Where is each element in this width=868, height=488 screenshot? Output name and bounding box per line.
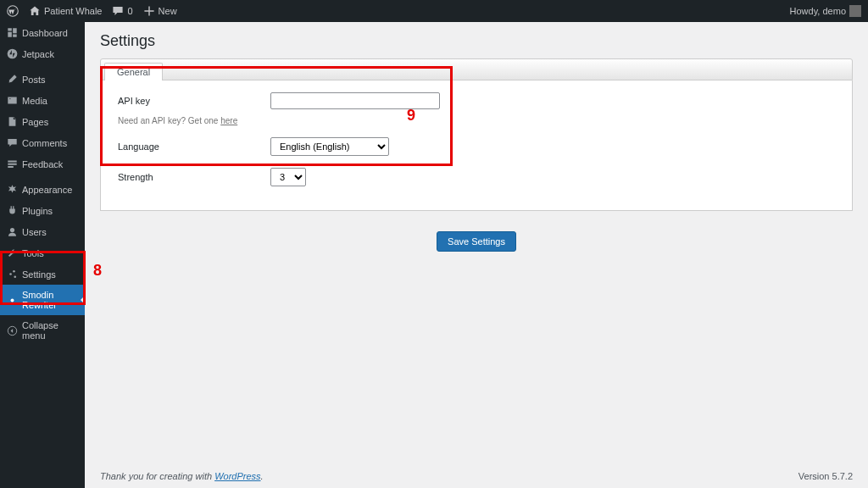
strength-select[interactable]: 3 <box>270 168 306 186</box>
site-name[interactable]: Patient Whale <box>29 5 102 17</box>
page-title: Settings <box>100 32 853 50</box>
media-icon <box>7 95 18 106</box>
smodin-icon <box>7 295 18 306</box>
appearance-icon <box>7 184 18 195</box>
menu-tools[interactable]: Tools <box>0 242 85 263</box>
svg-point-6 <box>11 298 14 302</box>
menu-appearance[interactable]: Appearance <box>0 179 85 200</box>
save-settings-button[interactable]: Save Settings <box>437 231 516 252</box>
language-label: Language <box>118 141 270 152</box>
svg-point-3 <box>13 270 15 273</box>
menu-jetpack[interactable]: Jetpack <box>0 43 85 64</box>
strength-label: Strength <box>118 172 270 182</box>
svg-point-4 <box>9 273 12 275</box>
howdy-account[interactable]: Howdy, demo <box>790 5 861 17</box>
wordpress-link[interactable]: WordPress <box>214 471 260 481</box>
api-key-hint: Need an API key? Get one here <box>118 116 835 125</box>
menu-smodin[interactable]: Smodin Rewriter <box>0 285 85 315</box>
settings-panel: API key Need an API key? Get one here La… <box>100 80 853 211</box>
get-api-key-link[interactable]: here <box>220 116 237 125</box>
annotation-label-8: 8 <box>93 262 102 280</box>
tab-general[interactable]: General <box>104 63 163 80</box>
menu-comments[interactable]: Comments <box>0 132 85 153</box>
content-area: Settings General API key Need an API key… <box>85 22 868 488</box>
wp-logo-icon[interactable] <box>7 5 19 17</box>
menu-settings[interactable]: Settings <box>0 263 85 285</box>
svg-point-2 <box>10 228 14 232</box>
menu-users[interactable]: Users <box>0 221 85 242</box>
version-text: Version 5.7.2 <box>798 471 853 481</box>
menu-plugins[interactable]: Plugins <box>0 200 85 221</box>
admin-menu: DashboardJetpackPostsMediaPagesCommentsF… <box>0 22 85 488</box>
menu-media[interactable]: Media <box>0 90 85 111</box>
feedback-icon <box>7 158 18 169</box>
language-select[interactable]: English (English) <box>270 137 389 156</box>
users-icon <box>7 226 18 237</box>
menu-feedback[interactable]: Feedback <box>0 153 85 175</box>
api-key-label: API key <box>118 96 270 106</box>
pages-icon <box>7 116 18 127</box>
menu-pages[interactable]: Pages <box>0 111 85 132</box>
jetpack-icon <box>7 48 18 59</box>
svg-point-1 <box>8 49 18 59</box>
comments-icon <box>7 137 18 148</box>
menu-posts[interactable]: Posts <box>0 69 85 90</box>
annotation-label-9: 9 <box>407 107 415 125</box>
admin-footer: Thank you for creating with WordPress. V… <box>100 471 853 481</box>
menu-collapse[interactable]: Collapse menu <box>0 315 85 346</box>
admin-bar: Patient Whale 0 New Howdy, demo <box>0 0 868 22</box>
tabs-nav: General <box>100 58 853 80</box>
svg-point-5 <box>14 275 16 278</box>
tools-icon <box>7 247 18 258</box>
settings-icon <box>7 269 18 280</box>
posts-icon <box>7 74 18 85</box>
dashboard-icon <box>7 27 18 38</box>
plugins-icon <box>7 205 18 216</box>
new-content[interactable]: New <box>143 5 177 17</box>
avatar <box>849 5 861 17</box>
comments-bubble[interactable]: 0 <box>112 5 132 17</box>
collapse-icon <box>7 325 18 336</box>
menu-dashboard[interactable]: Dashboard <box>0 22 85 43</box>
